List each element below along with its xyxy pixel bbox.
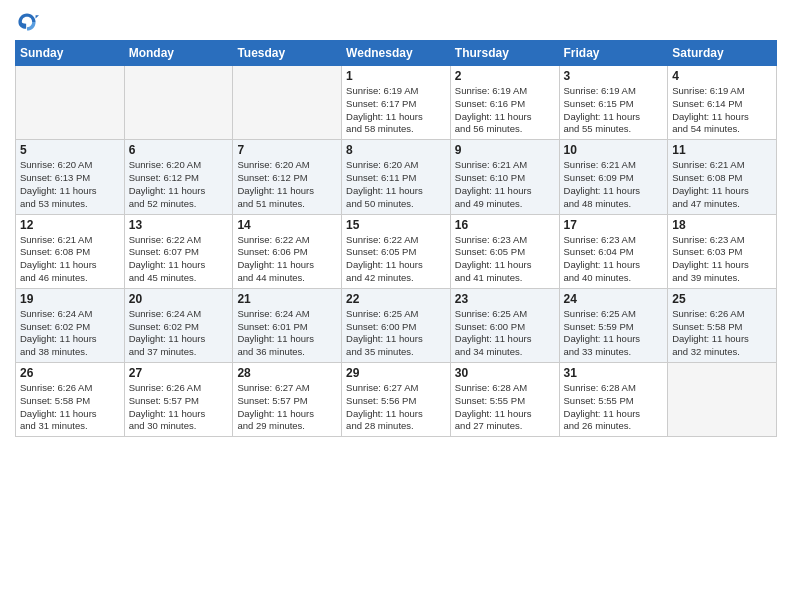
day-info: Sunrise: 6:24 AMSunset: 6:02 PMDaylight:… [20, 308, 120, 359]
table-cell: 25Sunrise: 6:26 AMSunset: 5:58 PMDayligh… [668, 288, 777, 362]
table-cell: 13Sunrise: 6:22 AMSunset: 6:07 PMDayligh… [124, 214, 233, 288]
logo [15, 10, 43, 34]
table-cell: 11Sunrise: 6:21 AMSunset: 6:08 PMDayligh… [668, 140, 777, 214]
page: Sunday Monday Tuesday Wednesday Thursday… [0, 0, 792, 612]
day-number: 21 [237, 292, 337, 306]
table-cell: 4Sunrise: 6:19 AMSunset: 6:14 PMDaylight… [668, 66, 777, 140]
table-cell: 24Sunrise: 6:25 AMSunset: 5:59 PMDayligh… [559, 288, 668, 362]
day-info: Sunrise: 6:26 AMSunset: 5:58 PMDaylight:… [20, 382, 120, 433]
day-info: Sunrise: 6:21 AMSunset: 6:08 PMDaylight:… [672, 159, 772, 210]
day-info: Sunrise: 6:24 AMSunset: 6:02 PMDaylight:… [129, 308, 229, 359]
day-number: 3 [564, 69, 664, 83]
table-cell [124, 66, 233, 140]
day-info: Sunrise: 6:19 AMSunset: 6:16 PMDaylight:… [455, 85, 555, 136]
day-number: 5 [20, 143, 120, 157]
week-row-4: 26Sunrise: 6:26 AMSunset: 5:58 PMDayligh… [16, 363, 777, 437]
day-number: 10 [564, 143, 664, 157]
day-number: 25 [672, 292, 772, 306]
day-number: 4 [672, 69, 772, 83]
table-cell: 29Sunrise: 6:27 AMSunset: 5:56 PMDayligh… [342, 363, 451, 437]
header-tuesday: Tuesday [233, 41, 342, 66]
day-number: 27 [129, 366, 229, 380]
header-thursday: Thursday [450, 41, 559, 66]
day-info: Sunrise: 6:25 AMSunset: 6:00 PMDaylight:… [346, 308, 446, 359]
day-info: Sunrise: 6:28 AMSunset: 5:55 PMDaylight:… [455, 382, 555, 433]
day-info: Sunrise: 6:27 AMSunset: 5:56 PMDaylight:… [346, 382, 446, 433]
table-cell: 18Sunrise: 6:23 AMSunset: 6:03 PMDayligh… [668, 214, 777, 288]
day-info: Sunrise: 6:20 AMSunset: 6:13 PMDaylight:… [20, 159, 120, 210]
day-info: Sunrise: 6:19 AMSunset: 6:17 PMDaylight:… [346, 85, 446, 136]
table-cell [233, 66, 342, 140]
table-cell: 10Sunrise: 6:21 AMSunset: 6:09 PMDayligh… [559, 140, 668, 214]
day-number: 19 [20, 292, 120, 306]
table-cell [16, 66, 125, 140]
table-cell: 5Sunrise: 6:20 AMSunset: 6:13 PMDaylight… [16, 140, 125, 214]
table-cell [668, 363, 777, 437]
table-cell: 30Sunrise: 6:28 AMSunset: 5:55 PMDayligh… [450, 363, 559, 437]
day-info: Sunrise: 6:22 AMSunset: 6:07 PMDaylight:… [129, 234, 229, 285]
day-number: 30 [455, 366, 555, 380]
table-cell: 27Sunrise: 6:26 AMSunset: 5:57 PMDayligh… [124, 363, 233, 437]
day-number: 20 [129, 292, 229, 306]
day-number: 23 [455, 292, 555, 306]
table-cell: 9Sunrise: 6:21 AMSunset: 6:10 PMDaylight… [450, 140, 559, 214]
day-number: 11 [672, 143, 772, 157]
table-cell: 23Sunrise: 6:25 AMSunset: 6:00 PMDayligh… [450, 288, 559, 362]
day-number: 6 [129, 143, 229, 157]
day-number: 15 [346, 218, 446, 232]
day-number: 17 [564, 218, 664, 232]
day-number: 9 [455, 143, 555, 157]
day-info: Sunrise: 6:28 AMSunset: 5:55 PMDaylight:… [564, 382, 664, 433]
week-row-2: 12Sunrise: 6:21 AMSunset: 6:08 PMDayligh… [16, 214, 777, 288]
week-row-1: 5Sunrise: 6:20 AMSunset: 6:13 PMDaylight… [16, 140, 777, 214]
day-info: Sunrise: 6:23 AMSunset: 6:03 PMDaylight:… [672, 234, 772, 285]
day-number: 28 [237, 366, 337, 380]
day-info: Sunrise: 6:21 AMSunset: 6:10 PMDaylight:… [455, 159, 555, 210]
day-info: Sunrise: 6:27 AMSunset: 5:57 PMDaylight:… [237, 382, 337, 433]
day-info: Sunrise: 6:19 AMSunset: 6:15 PMDaylight:… [564, 85, 664, 136]
day-number: 24 [564, 292, 664, 306]
day-info: Sunrise: 6:23 AMSunset: 6:04 PMDaylight:… [564, 234, 664, 285]
day-number: 2 [455, 69, 555, 83]
day-info: Sunrise: 6:26 AMSunset: 5:57 PMDaylight:… [129, 382, 229, 433]
header-sunday: Sunday [16, 41, 125, 66]
table-cell: 22Sunrise: 6:25 AMSunset: 6:00 PMDayligh… [342, 288, 451, 362]
table-cell: 31Sunrise: 6:28 AMSunset: 5:55 PMDayligh… [559, 363, 668, 437]
day-info: Sunrise: 6:25 AMSunset: 6:00 PMDaylight:… [455, 308, 555, 359]
table-cell: 14Sunrise: 6:22 AMSunset: 6:06 PMDayligh… [233, 214, 342, 288]
header-monday: Monday [124, 41, 233, 66]
table-cell: 21Sunrise: 6:24 AMSunset: 6:01 PMDayligh… [233, 288, 342, 362]
day-info: Sunrise: 6:25 AMSunset: 5:59 PMDaylight:… [564, 308, 664, 359]
day-info: Sunrise: 6:19 AMSunset: 6:14 PMDaylight:… [672, 85, 772, 136]
day-number: 12 [20, 218, 120, 232]
day-number: 31 [564, 366, 664, 380]
day-info: Sunrise: 6:26 AMSunset: 5:58 PMDaylight:… [672, 308, 772, 359]
day-info: Sunrise: 6:20 AMSunset: 6:12 PMDaylight:… [129, 159, 229, 210]
table-cell: 26Sunrise: 6:26 AMSunset: 5:58 PMDayligh… [16, 363, 125, 437]
week-row-3: 19Sunrise: 6:24 AMSunset: 6:02 PMDayligh… [16, 288, 777, 362]
day-info: Sunrise: 6:20 AMSunset: 6:11 PMDaylight:… [346, 159, 446, 210]
day-info: Sunrise: 6:22 AMSunset: 6:05 PMDaylight:… [346, 234, 446, 285]
header-friday: Friday [559, 41, 668, 66]
table-cell: 2Sunrise: 6:19 AMSunset: 6:16 PMDaylight… [450, 66, 559, 140]
day-number: 16 [455, 218, 555, 232]
table-cell: 17Sunrise: 6:23 AMSunset: 6:04 PMDayligh… [559, 214, 668, 288]
table-cell: 16Sunrise: 6:23 AMSunset: 6:05 PMDayligh… [450, 214, 559, 288]
day-info: Sunrise: 6:23 AMSunset: 6:05 PMDaylight:… [455, 234, 555, 285]
day-info: Sunrise: 6:20 AMSunset: 6:12 PMDaylight:… [237, 159, 337, 210]
logo-icon [15, 10, 39, 34]
calendar-table: Sunday Monday Tuesday Wednesday Thursday… [15, 40, 777, 437]
day-info: Sunrise: 6:21 AMSunset: 6:09 PMDaylight:… [564, 159, 664, 210]
table-cell: 19Sunrise: 6:24 AMSunset: 6:02 PMDayligh… [16, 288, 125, 362]
table-cell: 12Sunrise: 6:21 AMSunset: 6:08 PMDayligh… [16, 214, 125, 288]
day-info: Sunrise: 6:21 AMSunset: 6:08 PMDaylight:… [20, 234, 120, 285]
table-cell: 1Sunrise: 6:19 AMSunset: 6:17 PMDaylight… [342, 66, 451, 140]
table-cell: 8Sunrise: 6:20 AMSunset: 6:11 PMDaylight… [342, 140, 451, 214]
day-number: 29 [346, 366, 446, 380]
day-info: Sunrise: 6:24 AMSunset: 6:01 PMDaylight:… [237, 308, 337, 359]
table-cell: 15Sunrise: 6:22 AMSunset: 6:05 PMDayligh… [342, 214, 451, 288]
day-number: 1 [346, 69, 446, 83]
day-number: 13 [129, 218, 229, 232]
day-number: 8 [346, 143, 446, 157]
day-number: 26 [20, 366, 120, 380]
